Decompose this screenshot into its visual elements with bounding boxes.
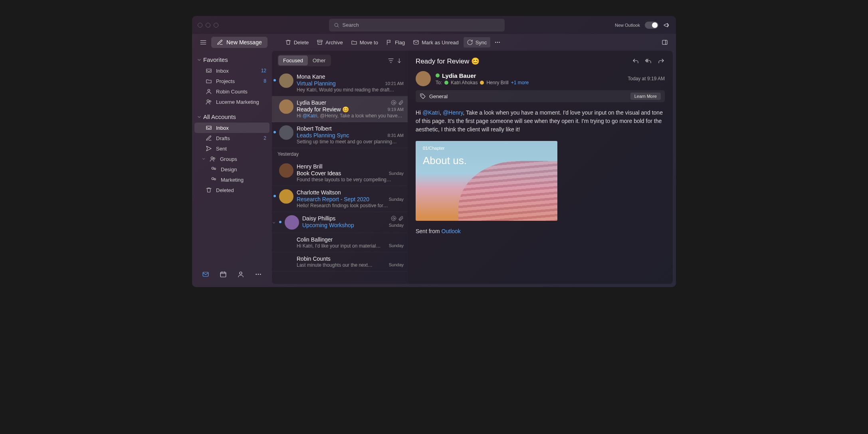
avatar[interactable] <box>285 215 299 230</box>
message-time: 8:31 AM <box>388 133 404 138</box>
message-subject: Upcoming WorkshopSunday <box>302 222 404 228</box>
filter-icon[interactable] <box>388 57 394 64</box>
message-sender: Lydia Bauer <box>297 99 326 106</box>
mention[interactable]: @Henry <box>443 109 463 116</box>
send-icon <box>206 145 212 152</box>
sidebar-item-drafts[interactable]: Drafts 2 <box>194 133 270 143</box>
maximize-window-button[interactable] <box>214 23 218 28</box>
megaphone-icon[interactable] <box>663 22 670 29</box>
message-row[interactable]: Daisy PhillipsUpcoming WorkshopSunday <box>272 212 408 233</box>
svg-point-18 <box>240 272 242 274</box>
search-input[interactable]: Search <box>329 19 505 32</box>
svg-point-21 <box>260 274 261 275</box>
message-row[interactable]: Robin CountsLast minute thoughts our the… <box>272 252 408 271</box>
message-sender: Robin Counts <box>297 256 331 262</box>
people-icon <box>210 166 217 172</box>
signature-link[interactable]: Outlook <box>442 228 461 234</box>
message-subject: Research Report - Sept 2020Sunday <box>297 196 404 202</box>
avatar[interactable] <box>279 125 293 140</box>
sync-button[interactable]: Sync <box>464 37 490 48</box>
email-attachment-image[interactable]: 01/Chapter About us. <box>416 141 557 221</box>
more-apps-button[interactable] <box>254 269 263 280</box>
toolbar-actions: Delete Archive Move to Flag Mark as Unre… <box>282 37 503 48</box>
search-placeholder: Search <box>343 22 359 28</box>
sidebar-item-group[interactable]: Lucerne Marketing <box>194 97 270 107</box>
message-time: Sunday <box>389 197 404 202</box>
all-accounts-section[interactable]: All Accounts <box>194 111 270 123</box>
sidebar-item-projects[interactable]: Projects 8 <box>194 76 270 86</box>
close-window-button[interactable] <box>198 23 202 28</box>
sidebar-footer <box>194 265 270 284</box>
hamburger-menu-button[interactable] <box>198 37 209 48</box>
forward-icon[interactable] <box>658 58 665 65</box>
sidebar: Favorites Inbox 12 Projects 8 Robin Coun… <box>192 51 272 287</box>
svg-rect-17 <box>220 272 226 277</box>
search-icon <box>334 22 339 28</box>
flag-icon <box>386 39 392 46</box>
new-message-button[interactable]: New Message <box>211 37 268 48</box>
message-row[interactable]: Lydia BauerReady for Review 😊9:19 AMHi @… <box>272 96 408 122</box>
svg-point-24 <box>422 95 422 95</box>
panel-icon <box>662 39 668 46</box>
avatar[interactable] <box>279 99 293 114</box>
sidebar-item-sent[interactable]: Sent <box>194 143 270 154</box>
sort-icon[interactable] <box>396 57 402 64</box>
sidebar-item-person[interactable]: Robin Counts <box>194 86 270 97</box>
svg-rect-2 <box>414 40 418 44</box>
avatar[interactable] <box>279 189 293 204</box>
sidebar-item-deleted[interactable]: Deleted <box>194 185 270 195</box>
message-preview: Last minute thoughts our the next…Sunday <box>297 262 404 268</box>
tab-focused[interactable]: Focused <box>278 55 308 65</box>
day-separator: Yesterday <box>272 148 408 160</box>
more-recipients[interactable]: +1 more <box>511 80 529 85</box>
unread-indicator <box>273 195 276 197</box>
svg-point-10 <box>211 157 213 159</box>
sidebar-item-marketing[interactable]: Marketing <box>194 174 270 185</box>
archive-button[interactable]: Archive <box>313 37 346 48</box>
expand-chevron-icon[interactable] <box>272 220 276 226</box>
new-outlook-toggle[interactable] <box>645 22 658 29</box>
sidebar-item-inbox-all[interactable]: Inbox <box>194 123 270 133</box>
mark-unread-button[interactable]: Mark as Unread <box>410 37 462 48</box>
svg-point-14 <box>212 178 214 180</box>
delete-button[interactable]: Delete <box>282 37 312 48</box>
move-to-button[interactable]: Move to <box>348 37 381 48</box>
flag-button[interactable]: Flag <box>383 37 408 48</box>
more-actions-button[interactable] <box>492 37 503 48</box>
message-row[interactable]: Henry BrillBook Cover IdeasSundayFound t… <box>272 160 408 186</box>
message-row[interactable]: Robert TolbertLeads Planning Sync8:31 AM… <box>272 122 408 148</box>
sidebar-item-groups[interactable]: Groups <box>194 154 270 164</box>
reply-all-icon[interactable] <box>645 58 652 65</box>
svg-point-8 <box>207 100 209 102</box>
avatar[interactable] <box>279 163 293 178</box>
sidebar-item-inbox[interactable]: Inbox 12 <box>194 65 270 76</box>
reply-icon[interactable] <box>632 58 639 65</box>
message-list-header: Focused Other <box>272 51 408 70</box>
sidebar-item-design[interactable]: Design <box>194 164 270 174</box>
people-view-button[interactable] <box>236 269 246 280</box>
sender-avatar[interactable] <box>416 71 431 86</box>
calendar-view-button[interactable] <box>218 269 228 280</box>
image-title-label: About us. <box>423 155 467 167</box>
reading-actions <box>632 58 665 65</box>
reading-subject: Ready for Review 😊 <box>416 57 480 65</box>
message-row[interactable]: Mona KaneVirtual Planning10:21 AMHey Kat… <box>272 70 408 96</box>
panel-toggle-button[interactable] <box>659 37 670 48</box>
minimize-window-button[interactable] <box>206 23 210 28</box>
calendar-icon <box>220 271 227 278</box>
to-line: To: Katri Ahokas Henry Brill +1 more <box>436 80 623 85</box>
tab-other[interactable]: Other <box>308 55 331 65</box>
favorites-section[interactable]: Favorites <box>194 54 270 65</box>
learn-more-button[interactable]: Learn More <box>630 93 661 100</box>
more-icon <box>255 271 262 278</box>
unread-indicator <box>279 221 281 223</box>
mention[interactable]: @Katri <box>422 109 440 116</box>
mention-icon <box>391 216 396 221</box>
svg-point-22 <box>393 102 395 104</box>
message-row[interactable]: Charlotte WaltsonResearch Report - Sept … <box>272 186 408 212</box>
mail-view-button[interactable] <box>201 269 210 280</box>
draft-icon <box>206 135 212 141</box>
avatar[interactable] <box>279 73 293 88</box>
message-row[interactable]: Colin BallingerHi Katri, I'd like your i… <box>272 233 408 252</box>
message-preview: Hi @Katri, @Henry, Take a look when you … <box>297 113 404 119</box>
